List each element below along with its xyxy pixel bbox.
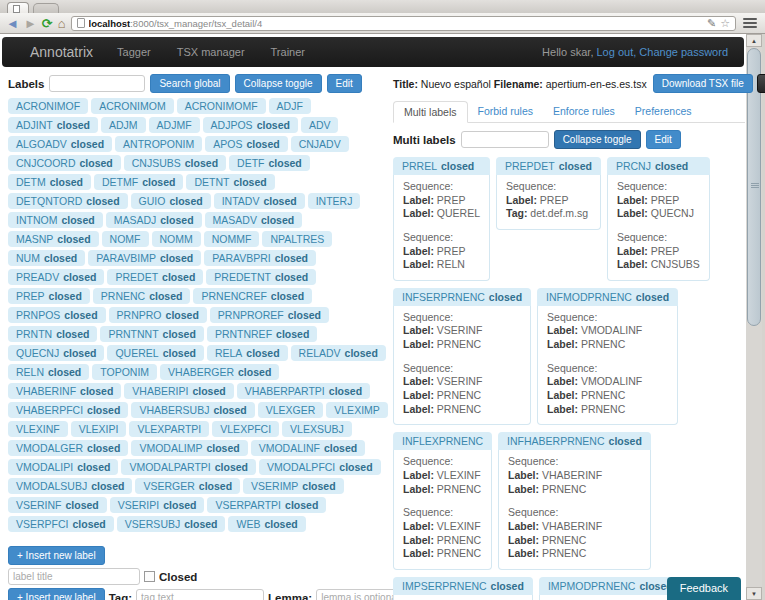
label-chip[interactable]: NOMMF [204,231,260,247]
label-chip[interactable]: VMODALSUBJclosed [8,478,132,494]
collapse-toggle-button[interactable]: Collapse toggle [235,74,322,93]
nav-link-tsx-manager[interactable]: TSX manager [177,46,245,58]
label-chip[interactable]: DETFclosed [229,155,310,171]
label-chip[interactable]: DETNTclosed [186,174,274,190]
label-chip[interactable]: VSERINFclosed [8,497,107,513]
edit-button[interactable]: Edit [327,74,362,93]
update-file-button[interactable]: Update file [757,74,765,93]
rule-card-header[interactable]: PREPDETclosed [496,157,601,175]
label-chip[interactable]: PRNPROREFclosed [210,307,329,323]
scroll-down-arrow[interactable]: ▼ [746,587,762,600]
label-chip[interactable]: PARAVBPRIclosed [204,250,316,266]
home-icon[interactable]: ⌂ [58,17,66,30]
label-chip[interactable]: INTADVclosed [214,193,305,209]
insert-new-label-button[interactable]: + Insert new label [8,546,105,565]
label-chip[interactable]: VMODALINFclosed [251,440,366,456]
vertical-scrollbar[interactable]: ▲ ▼ [746,34,762,600]
label-chip[interactable]: VLEXGER [258,402,324,418]
rule-card-header[interactable]: IMPSERPRNENCclosed [393,577,533,595]
label-chip[interactable]: GUIOclosed [131,193,211,209]
label-chip[interactable]: ADJF [269,98,311,114]
label-chip[interactable]: ALGOADVclosed [8,136,112,152]
label-chip[interactable]: VSERGERclosed [135,478,240,494]
label-chip[interactable]: WEBclosed [228,516,305,532]
label-chip[interactable]: CNJADV [291,136,349,152]
logout-link[interactable]: Log out, [597,46,637,58]
label-chip[interactable]: VSERSUBJclosed [117,516,226,532]
label-chip[interactable]: PREDETclosed [107,269,203,285]
ml-edit-button[interactable]: Edit [646,130,681,149]
rule-card-header[interactable]: INFHABERPRNENCclosed [498,432,651,450]
label-chip[interactable]: VMODALPARTPIclosed [121,459,256,475]
label-chip[interactable]: VLEXIPI [71,421,127,437]
search-global-button[interactable]: Search global [150,74,229,93]
label-chip[interactable]: ADJM [101,117,146,133]
label-chip[interactable]: MASADVclosed [205,212,303,228]
label-chip[interactable]: PRNTNclosed [8,326,97,342]
label-chip[interactable]: PRNTNREFclosed [207,326,317,342]
reload-icon[interactable]: ⟳ [42,17,53,30]
label-chip[interactable]: VHABERPARTPIclosed [237,383,370,399]
label-chip[interactable]: VHABERIPIclosed [124,383,233,399]
scroll-up-arrow[interactable]: ▲ [746,34,762,47]
label-chip[interactable]: PREDETNTclosed [206,269,316,285]
label-chip[interactable]: INTERJ [308,193,361,209]
label-chip[interactable]: PREPclosed [8,288,90,304]
url-text[interactable]: localhost:8000/tsx_manager/tsx_detail/4 [89,18,703,29]
feedback-button[interactable]: Feedback [667,577,741,600]
label-chip[interactable]: VMODALGERclosed [8,440,128,456]
label-chip[interactable]: CNJSUBSclosed [124,155,226,171]
ml-collapse-toggle-button[interactable]: Collapse toggle [554,130,641,149]
label-chip[interactable]: ACRONIMOF [8,98,88,114]
label-chip[interactable]: DETQNTORDclosed [8,193,128,209]
label-chip[interactable]: NPALTRES [262,231,332,247]
tab-enforce-rules[interactable]: Enforce rules [543,101,625,122]
label-chip[interactable]: ANTROPONIM [115,136,202,152]
tab-preferences[interactable]: Preferences [625,101,702,122]
label-chip[interactable]: VLEXPFCI [212,421,279,437]
rule-card-header[interactable]: INFLEXPRNENC [393,432,492,450]
label-chip[interactable]: MASNPclosed [8,231,99,247]
browser-menu-icon[interactable] [741,16,759,30]
label-chip[interactable]: PREADVclosed [8,269,104,285]
label-chip[interactable]: VSERPARTPIclosed [207,497,326,513]
label-chip[interactable]: ADJPOSclosed [203,117,298,133]
rule-card-header[interactable]: IMPMODPRNENCclosed [539,577,682,595]
label-chip[interactable]: QUERELclosed [107,345,203,361]
back-icon[interactable]: ◄ [6,17,19,30]
pencil-icon[interactable]: ✎ [707,17,716,30]
label-chip[interactable]: ACRONIMOMF [177,98,266,114]
label-chip[interactable]: VHABERGERclosed [160,364,279,380]
bookmark-star-icon[interactable]: ☆ [720,17,730,30]
rule-card-header[interactable]: INFMODPRNENCclosed [537,288,678,306]
tab-multi-labels[interactable]: Multi labels [393,101,468,123]
label-chip[interactable]: ADJMF [149,117,200,133]
label-chip[interactable]: VLEXIMP [326,402,388,418]
label-chip[interactable]: CNJCOORDclosed [8,155,121,171]
label-chip[interactable]: VHABERPFCIclosed [8,402,128,418]
label-chip[interactable]: VSERPFCIclosed [8,516,114,532]
label-chip[interactable]: PRNENCclosed [93,288,191,304]
rule-card-header[interactable]: INFSERPRNENCclosed [393,288,531,306]
label-chip[interactable]: RELNclosed [8,364,89,380]
label-chip[interactable]: VMODALIPIclosed [8,459,118,475]
label-chip[interactable]: MASADJclosed [106,212,202,228]
label-chip[interactable]: ACRONIMOM [91,98,174,114]
label-chip[interactable]: ADV [301,117,339,133]
forward-icon[interactable]: ► [24,17,37,30]
browser-tab[interactable] [7,2,29,13]
change-password-link[interactable]: Change password [639,46,728,58]
label-chip[interactable]: RELAclosed [207,345,288,361]
label-chip[interactable]: QUECNJclosed [8,345,104,361]
labels-search-input[interactable] [49,75,145,92]
label-chip[interactable]: VHABERINFclosed [8,383,121,399]
new-tab-button[interactable] [33,3,59,13]
label-chip[interactable]: VMODALIMPclosed [131,440,247,456]
address-bar[interactable]: localhost:8000/tsx_manager/tsx_detail/4 … [71,16,736,31]
label-chip[interactable]: ADJINTclosed [8,117,98,133]
label-chip[interactable]: PRNTNNTclosed [100,326,203,342]
rule-card-header[interactable]: PRRELclosed [393,157,490,175]
label-title-input[interactable] [8,568,140,585]
label-chip[interactable]: NUMclosed [8,250,85,266]
insert-new-label-button-2[interactable]: + Insert new label [8,588,105,600]
